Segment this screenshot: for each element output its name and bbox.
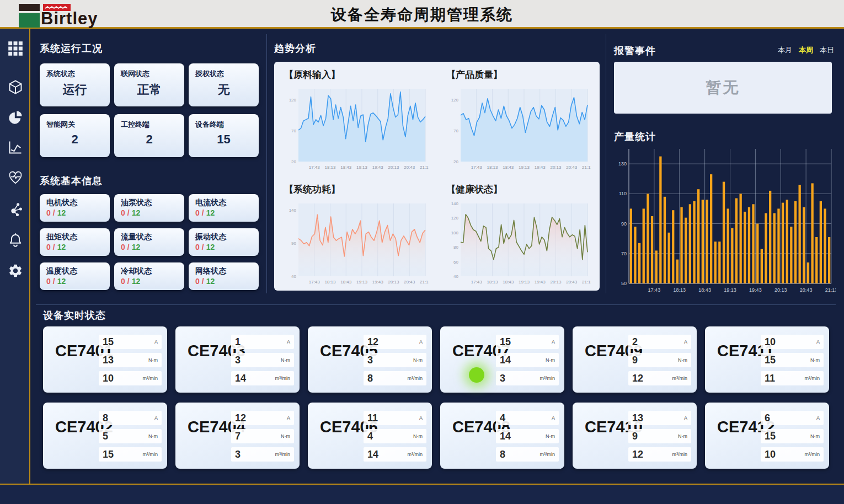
molecule-icon[interactable] — [8, 201, 23, 217]
device-torque: 14 — [500, 431, 511, 442]
total-count: 12 — [57, 277, 66, 286]
device-card[interactable]: CE7406 11A 4N·m 14m³/min — [308, 403, 432, 469]
info-card-counts: 0/12 — [40, 208, 110, 217]
unit-label: m³/min — [805, 376, 820, 381]
device-card[interactable]: CE7412 6A 15N·m 10m³/min — [705, 403, 829, 469]
svg-text:70: 70 — [453, 128, 458, 133]
device-flow: 15 — [103, 449, 114, 460]
line-chart-icon[interactable] — [8, 140, 23, 155]
health-monitor-icon[interactable] — [8, 170, 23, 186]
device-torque: 7 — [235, 431, 241, 442]
status-card-value: 无 — [189, 82, 259, 98]
svg-text:19:13: 19:13 — [724, 287, 736, 293]
info-card-counts: 0/12 — [189, 242, 259, 251]
count-separator: / — [202, 243, 204, 251]
svg-text:21:13: 21:13 — [420, 280, 429, 285]
device-values: 11A 4N·m 14m³/min — [364, 411, 426, 462]
status-card-label: 设备终端 — [189, 114, 259, 130]
info-card-label: 流量状态 — [114, 228, 184, 242]
svg-text:20:43: 20:43 — [566, 165, 578, 170]
tab-today[interactable]: 本日 — [820, 45, 834, 55]
unit-label: A — [684, 415, 687, 421]
settings-gear-icon[interactable] — [8, 263, 23, 278]
unit-label: N·m — [148, 433, 158, 439]
device-card[interactable]: CE7410 13A 9N·m 12m³/min — [573, 403, 697, 469]
device-card[interactable]: CE7401 15A 13N·m 10m³/min — [43, 326, 167, 393]
device-card[interactable]: CE7403 1A 3N·m 14m³/min — [175, 326, 300, 393]
device-flow: 10 — [765, 449, 776, 460]
device-card[interactable]: CE7409 2A 9N·m 12m³/min — [573, 326, 697, 393]
tab-this-month[interactable]: 本月 — [778, 45, 792, 55]
tab-this-week[interactable]: 本周 — [799, 45, 813, 55]
alarm-count: 0 — [46, 277, 51, 286]
svg-text:20:13: 20:13 — [550, 165, 562, 170]
svg-text:19:43: 19:43 — [372, 280, 384, 285]
device-card[interactable]: CE7408 4A 14N·m 8m³/min — [440, 403, 564, 469]
svg-text:140: 140 — [451, 201, 459, 206]
status-card-label: 联网状态 — [114, 63, 184, 79]
total-count: 12 — [206, 243, 215, 251]
svg-text:20: 20 — [453, 159, 458, 164]
device-current: 12 — [367, 336, 378, 348]
device-values: 15A 13N·m 10m³/min — [99, 335, 162, 385]
info-card: 电流状态 0/12 — [189, 194, 259, 222]
divider — [36, 304, 836, 305]
unit-label: m³/min — [540, 452, 555, 457]
info-card-counts: 0/12 — [114, 208, 184, 217]
ops-panel-title: 系统运行工况 — [40, 42, 103, 55]
status-card-label: 系统状态 — [40, 63, 110, 79]
svg-text:70: 70 — [621, 251, 627, 256]
svg-text:130: 130 — [618, 161, 627, 167]
device-flow: 3 — [500, 373, 505, 384]
device-card[interactable]: CE7407 15A 14N·m 3m³/min — [440, 326, 564, 393]
device-flow: 14 — [235, 373, 246, 384]
count-separator: / — [127, 277, 130, 286]
apps-grid-icon[interactable] — [8, 41, 23, 56]
status-card: 系统状态 运行 — [40, 63, 110, 106]
alarm-count: 0 — [195, 208, 200, 217]
info-card-label: 电流状态 — [189, 194, 259, 208]
unit-label: A — [287, 339, 290, 345]
device-card[interactable]: CE7411 10A 15N·m 11m³/min — [705, 326, 829, 393]
device-card[interactable]: CE7402 8A 5N·m 15m³/min — [43, 403, 167, 469]
device-card[interactable]: CE7405 12A 3N·m 8m³/min — [308, 326, 432, 393]
status-card-value: 正常 — [114, 82, 184, 98]
svg-text:20:13: 20:13 — [388, 165, 399, 170]
raw-input-chart: 17:4318:1318:4319:1319:4320:1320:4321:13… — [284, 84, 429, 171]
unit-label: N·m — [413, 433, 423, 439]
unit-label: N·m — [678, 433, 687, 439]
device-values: 13A 9N·m 12m³/min — [628, 411, 691, 462]
svg-text:18:43: 18:43 — [340, 280, 352, 285]
svg-text:90: 90 — [291, 241, 296, 246]
devices-panel-title: 设备实时状态 — [43, 309, 106, 322]
total-count: 12 — [132, 243, 141, 251]
device-current: 15 — [500, 336, 511, 348]
device-current: 2 — [632, 336, 638, 348]
status-card-value: 2 — [114, 132, 184, 147]
count-separator: / — [127, 243, 130, 251]
count-separator: / — [53, 277, 55, 286]
pie-chart-icon[interactable] — [8, 110, 23, 125]
notifications-bell-icon[interactable] — [8, 232, 23, 248]
page-title: 设备全寿命周期管理系统 — [0, 4, 844, 25]
device-torque: 13 — [103, 355, 114, 366]
unit-label: A — [419, 415, 423, 421]
unit-label: N·m — [678, 357, 687, 363]
unit-label: m³/min — [143, 376, 158, 381]
header-bar: Birtley 设备全寿命周期管理系统 — [0, 0, 844, 29]
count-separator: / — [202, 208, 204, 217]
device-flow: 3 — [235, 449, 241, 460]
cube-icon[interactable] — [8, 79, 23, 95]
unit-label: m³/min — [275, 376, 291, 381]
svg-text:100: 100 — [451, 230, 459, 235]
status-card-value: 2 — [40, 132, 110, 147]
svg-text:21:13: 21:13 — [582, 280, 591, 285]
device-current: 8 — [103, 412, 108, 424]
device-card[interactable]: CE7404 12A 7N·m 3m³/min — [175, 403, 300, 469]
device-torque: 15 — [765, 355, 776, 366]
unit-label: A — [287, 415, 290, 421]
svg-text:18:13: 18:13 — [487, 280, 498, 285]
svg-text:80: 80 — [453, 245, 458, 250]
info-card: 温度状态 0/12 — [40, 262, 110, 290]
svg-text:20: 20 — [291, 159, 296, 164]
